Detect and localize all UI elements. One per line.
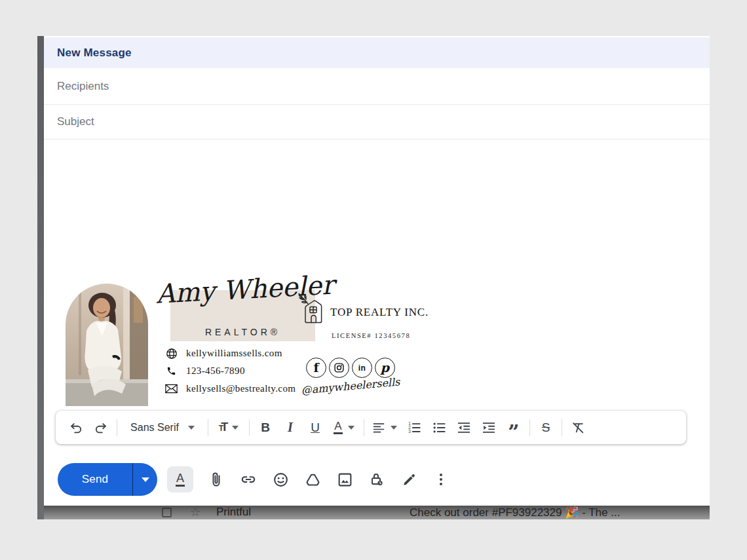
house-logo-icon xyxy=(295,291,326,331)
attach-file-button[interactable] xyxy=(207,470,225,489)
company-name: TOP REALTY INC. xyxy=(330,306,429,319)
phone-text: 123-456-7890 xyxy=(186,365,245,377)
recipients-field[interactable]: Recipients xyxy=(44,68,710,105)
insert-emoji-button[interactable] xyxy=(271,470,290,489)
inbox-row[interactable]: ☆ Printful Check out order #PF93922329 🎉… xyxy=(37,506,710,519)
insert-signature-button[interactable] xyxy=(400,470,418,489)
social-handle: @amywheelersells xyxy=(292,375,410,398)
toolbar-divider xyxy=(562,419,562,436)
toolbar-divider xyxy=(364,419,364,436)
social-block: f in p @amy xyxy=(292,358,410,392)
font-selector[interactable]: Sans Serif xyxy=(121,415,204,441)
toolbar-divider xyxy=(208,419,208,436)
font-name: Sans Serif xyxy=(130,422,179,434)
send-label[interactable]: Send xyxy=(58,463,132,496)
more-options-icon xyxy=(440,474,442,485)
indent-increase-button[interactable] xyxy=(476,415,501,441)
undo-button[interactable] xyxy=(64,415,88,441)
chevron-down-icon xyxy=(391,426,397,430)
email-signature: Amy Wheeler REALTOR® kellywilliamssells.… xyxy=(66,284,432,408)
email-sender[interactable]: Printful xyxy=(216,506,251,519)
text-size-button[interactable]: TT xyxy=(212,415,246,441)
italic-button[interactable]: I xyxy=(278,415,303,441)
email-row: kellysells@bestrealty.com xyxy=(165,383,296,395)
toolbar-divider xyxy=(117,419,117,436)
formatting-toolbar: Sans Serif TT B I U A xyxy=(56,411,686,444)
globe-icon xyxy=(165,347,178,360)
send-options-button[interactable] xyxy=(133,463,157,496)
email-text: kellysells@bestrealty.com xyxy=(186,383,296,394)
toolbar-divider xyxy=(529,419,530,436)
instagram-icon[interactable] xyxy=(329,358,349,378)
chevron-down-icon xyxy=(232,426,239,430)
chevron-down-icon xyxy=(142,477,149,482)
send-bar: Send A xyxy=(58,463,450,496)
website-row: kellywilliamssells.com xyxy=(165,347,296,360)
subject-field[interactable]: Subject xyxy=(44,105,710,140)
email-subject[interactable]: Check out order #PF93922329 🎉 - The ... xyxy=(410,506,620,519)
envelope-icon xyxy=(165,383,178,395)
send-button[interactable]: Send xyxy=(58,463,157,496)
chevron-down-icon xyxy=(348,426,354,430)
svg-text:3: 3 xyxy=(408,429,411,434)
confidential-mode-button[interactable] xyxy=(368,470,386,489)
compose-window: New Message Recipients Subject xyxy=(44,36,710,506)
phone-row: 123-456-7890 xyxy=(165,365,296,377)
email-checkbox[interactable] xyxy=(162,508,172,517)
facebook-icon[interactable]: f xyxy=(306,358,326,378)
website-text: kellywilliamssells.com xyxy=(186,348,282,359)
numbered-list-button[interactable]: 1 2 3 xyxy=(402,415,427,441)
insert-link-button[interactable] xyxy=(239,470,258,489)
remove-formatting-button[interactable] xyxy=(565,415,590,441)
redo-button[interactable] xyxy=(88,415,113,441)
underline-button[interactable]: U xyxy=(303,415,328,441)
social-icons-row: f in p xyxy=(292,358,410,378)
realtor-photo xyxy=(66,284,148,406)
pinterest-icon[interactable]: p xyxy=(375,358,395,378)
star-icon[interactable]: ☆ xyxy=(190,506,201,519)
dimmed-inbox-edge xyxy=(37,36,44,519)
quote-button[interactable]: ” xyxy=(501,415,526,441)
signature-designation: REALTOR® xyxy=(170,327,315,337)
bold-button[interactable]: B xyxy=(253,415,278,441)
formatting-options-button[interactable]: A xyxy=(167,466,193,493)
more-options-button[interactable] xyxy=(432,470,450,489)
phone-icon xyxy=(165,365,178,377)
bullet-list-button[interactable] xyxy=(427,415,451,441)
linkedin-icon[interactable]: in xyxy=(352,358,372,378)
compose-action-icons: A xyxy=(167,466,450,493)
license-number: LICENSE# 12345678 xyxy=(332,332,410,339)
toolbar-divider xyxy=(249,419,250,436)
compose-title: New Message xyxy=(57,47,132,60)
compose-header: New Message xyxy=(44,37,710,68)
insert-drive-file-button[interactable] xyxy=(303,470,322,489)
indent-decrease-button[interactable] xyxy=(451,415,476,441)
chevron-down-icon xyxy=(188,426,195,430)
text-color-button[interactable]: A xyxy=(328,415,360,441)
insert-photo-button[interactable] xyxy=(335,470,354,489)
gmail-compose-screenshot: ☆ Printful Check out order #PF93922329 🎉… xyxy=(37,36,710,519)
strikethrough-button[interactable]: S xyxy=(533,415,558,441)
signature-contacts: kellywilliamssells.com 123-456-7890 xyxy=(165,347,296,395)
align-button[interactable] xyxy=(368,415,402,441)
